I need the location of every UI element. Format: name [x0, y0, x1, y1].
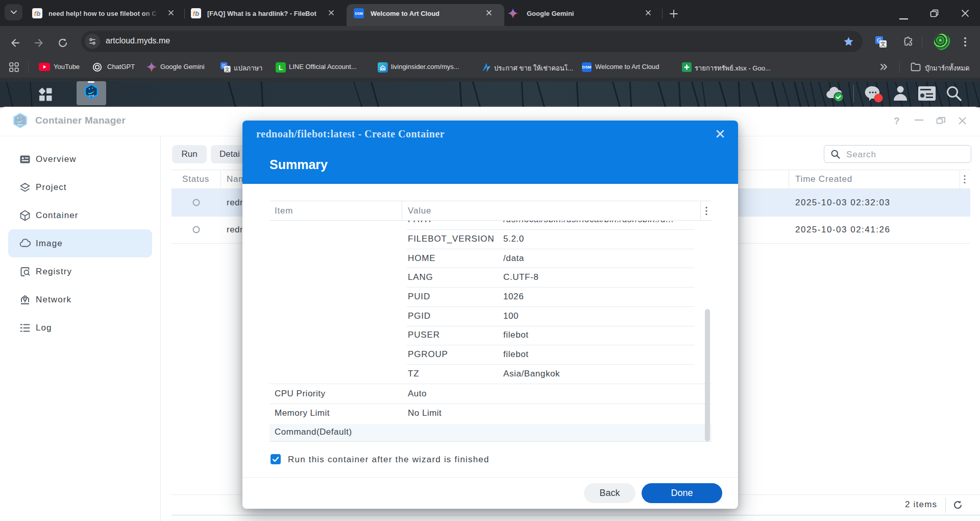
svg-text:L: L	[279, 64, 283, 72]
svg-text:文: 文	[225, 67, 230, 72]
svg-text:文: 文	[880, 41, 886, 47]
